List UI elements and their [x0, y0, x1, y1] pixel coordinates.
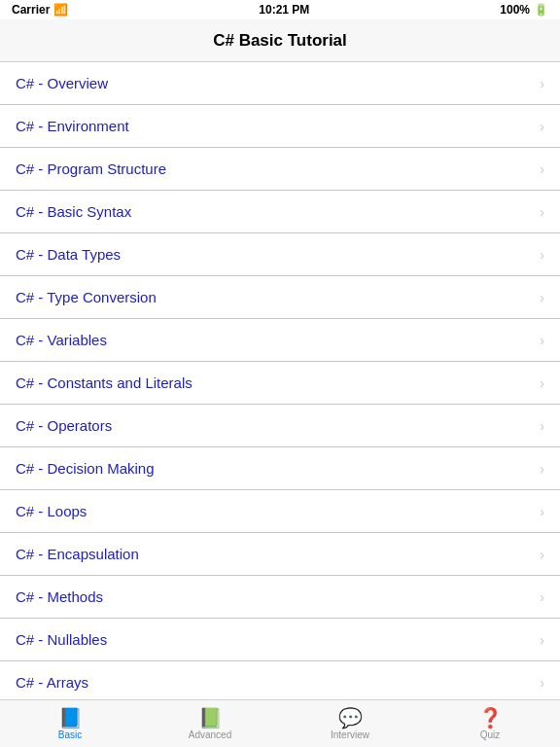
wifi-icon: 📶 — [53, 3, 68, 17]
battery-label: 100% — [500, 3, 530, 17]
list-container: C# - Overview › C# - Environment › C# - … — [0, 62, 560, 699]
tab-label: Quiz — [480, 729, 501, 740]
list-item[interactable]: C# - Operators › — [0, 405, 560, 447]
list-item[interactable]: C# - Encapsulation › — [0, 533, 560, 576]
list-item-label: C# - Operators — [16, 417, 112, 434]
status-time: 10:21 PM — [259, 3, 309, 17]
status-right: 100% 🔋 — [500, 3, 548, 17]
list-item[interactable]: C# - Variables › — [0, 319, 560, 362]
chevron-icon: › — [540, 119, 544, 134]
tab-label: Advanced — [189, 729, 231, 740]
list-item-label: C# - Arrays — [16, 674, 88, 691]
list-item-label: C# - Data Types — [16, 246, 121, 263]
list-item[interactable]: C# - Environment › — [0, 105, 560, 148]
tab-interview[interactable]: 💬 Interview — [280, 700, 420, 747]
chevron-icon: › — [540, 333, 544, 348]
list-item[interactable]: C# - Basic Syntax › — [0, 191, 560, 233]
list-item-label: C# - Program Structure — [16, 160, 166, 177]
list-item-label: C# - Nullables — [16, 631, 107, 648]
nav-title: C# Basic Tutorial — [213, 31, 347, 51]
tab-label: Interview — [331, 729, 369, 740]
chevron-icon: › — [540, 290, 544, 305]
battery-icon: 🔋 — [534, 3, 548, 17]
list-item[interactable]: C# - Data Types › — [0, 233, 560, 276]
chevron-icon: › — [540, 247, 544, 263]
chevron-icon: › — [540, 375, 544, 391]
tab-quiz[interactable]: ❓ Quiz — [420, 700, 560, 747]
chevron-icon: › — [540, 418, 544, 434]
list-item[interactable]: C# - Constants and Literals › — [0, 362, 560, 405]
list-item-label: C# - Constants and Literals — [16, 374, 192, 391]
chevron-icon: › — [540, 76, 544, 91]
status-bar: Carrier 📶 10:21 PM 100% 🔋 — [0, 0, 560, 19]
list-item-label: C# - Environment — [16, 118, 129, 134]
carrier-label: Carrier — [12, 3, 50, 17]
list-item[interactable]: C# - Methods › — [0, 576, 560, 619]
list-item-label: C# - Variables — [16, 332, 107, 348]
list-item-label: C# - Loops — [16, 503, 87, 519]
tab-icon: 📗 — [198, 708, 223, 728]
tab-bar: 📘 Basic 📗 Advanced 💬 Interview ❓ Quiz — [0, 699, 560, 747]
list-item[interactable]: C# - Nullables › — [0, 619, 560, 661]
tab-label: Basic — [58, 729, 82, 740]
chevron-icon: › — [540, 461, 544, 477]
tab-icon: 📘 — [58, 708, 83, 728]
list-item-label: C# - Basic Syntax — [16, 203, 131, 220]
list-item[interactable]: C# - Arrays › — [0, 661, 560, 699]
list-item-label: C# - Methods — [16, 588, 103, 605]
list-item-label: C# - Encapsulation — [16, 546, 139, 562]
list-item[interactable]: C# - Decision Making › — [0, 447, 560, 490]
chevron-icon: › — [540, 504, 544, 519]
tab-basic[interactable]: 📘 Basic — [0, 700, 140, 747]
tab-icon: 💬 — [338, 708, 363, 728]
list-item-label: C# - Overview — [16, 75, 108, 91]
chevron-icon: › — [540, 204, 544, 220]
chevron-icon: › — [540, 161, 544, 177]
tab-icon: ❓ — [478, 708, 503, 728]
chevron-icon: › — [540, 632, 544, 648]
list-item[interactable]: C# - Overview › — [0, 62, 560, 105]
list-item[interactable]: C# - Loops › — [0, 490, 560, 533]
chevron-icon: › — [540, 589, 544, 605]
list-item-label: C# - Decision Making — [16, 460, 155, 477]
chevron-icon: › — [540, 547, 544, 562]
list-item[interactable]: C# - Program Structure › — [0, 148, 560, 191]
status-left: Carrier 📶 — [12, 3, 68, 17]
chevron-icon: › — [540, 675, 544, 691]
tab-advanced[interactable]: 📗 Advanced — [140, 700, 280, 747]
nav-bar: C# Basic Tutorial — [0, 19, 560, 62]
list-item-label: C# - Type Conversion — [16, 289, 157, 305]
list-item[interactable]: C# - Type Conversion › — [0, 276, 560, 319]
